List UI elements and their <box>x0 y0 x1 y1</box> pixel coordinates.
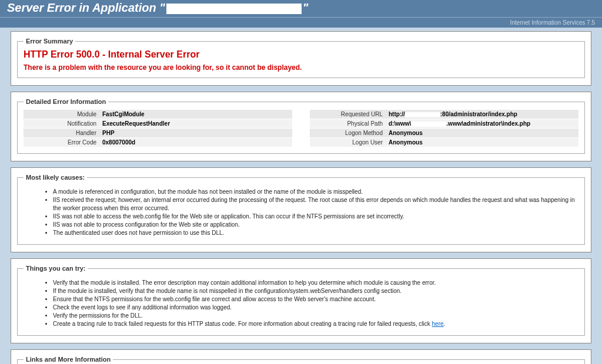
links-fieldset: Links and More Information This error me… <box>17 356 585 364</box>
try-item: Ensure that the NTFS permissions for the… <box>53 295 578 304</box>
label-logon-user: Logon User <box>310 138 386 147</box>
value-physical-path: d:\www\.www\administrator\index.php <box>386 119 578 128</box>
detail-col-right: Requested URL http://:80/administrator/i… <box>310 110 578 147</box>
row-logon-method: Logon Method Anonymous <box>310 129 578 137</box>
causes-panel: Most likely causes: A module is referenc… <box>11 167 591 252</box>
requrl-suffix: :80/administrator/index.php <box>440 111 517 117</box>
try-list: Verify that the module is installed. The… <box>53 279 578 328</box>
row-requested-url: Requested URL http://:80/administrator/i… <box>310 110 578 119</box>
detailed-info-fieldset: Detailed Error Information Module FastCg… <box>17 98 585 154</box>
links-legend: Links and More Information <box>24 356 113 363</box>
physpath-masked <box>411 122 446 127</box>
subheader: Internet Information Services 7.5 <box>0 17 602 28</box>
label-requested-url: Requested URL <box>310 110 386 119</box>
try-item: If the module is installed, verify that … <box>53 287 578 295</box>
try-legend: Things you can try: <box>24 265 88 272</box>
cause-item: A module is referenced in configuration,… <box>53 188 578 196</box>
detailed-info-legend: Detailed Error Information <box>24 98 108 105</box>
try-item-last: Create a tracing rule to track failed re… <box>53 320 578 328</box>
row-physical-path: Physical Path d:\www\.www\administrator\… <box>310 119 578 128</box>
try-last-prefix: Create a tracing rule to track failed re… <box>53 321 432 327</box>
detailed-info-panel: Detailed Error Information Module FastCg… <box>11 92 591 161</box>
requrl-masked <box>405 112 440 117</box>
causes-list: A module is referenced in configuration,… <box>53 188 578 237</box>
row-logon-user: Logon User Anonymous <box>310 138 578 147</box>
value-requested-url: http://:80/administrator/index.php <box>386 110 578 119</box>
label-logon-method: Logon Method <box>310 129 386 137</box>
error-summary-legend: Error Summary <box>24 38 75 45</box>
header-title-prefix: Server Error in Application " <box>7 1 165 14</box>
try-fieldset: Things you can try: Verify that the modu… <box>17 265 585 336</box>
value-module: FastCgiModule <box>100 110 292 119</box>
label-module: Module <box>24 110 100 119</box>
page-header: Server Error in Application "" <box>0 0 602 17</box>
error-summary-fieldset: Error Summary HTTP Error 500.0 - Interna… <box>17 38 585 78</box>
error-title: HTTP Error 500.0 - Internal Server Error <box>24 49 578 60</box>
cause-item: IIS was not able to process configuratio… <box>53 221 578 229</box>
label-errorcode: Error Code <box>24 138 100 147</box>
cause-item: IIS received the request; however, an in… <box>53 196 578 213</box>
detail-grid: Module FastCgiModule Notification Execut… <box>24 110 578 147</box>
cause-item: IIS was not able to access the web.confi… <box>53 213 578 221</box>
app-name-masked <box>166 4 302 14</box>
value-logon-method: Anonymous <box>386 129 578 137</box>
try-item: Check the event logs to see if any addit… <box>53 304 578 312</box>
value-errorcode: 0x8007000d <box>100 138 292 147</box>
tracing-help-link[interactable]: here <box>432 321 444 327</box>
row-notification: Notification ExecuteRequestHandler <box>24 119 292 128</box>
row-handler: Handler PHP <box>24 129 292 137</box>
try-panel: Things you can try: Verify that the modu… <box>11 258 591 343</box>
causes-fieldset: Most likely causes: A module is referenc… <box>17 174 585 245</box>
row-errorcode: Error Code 0x8007000d <box>24 138 292 147</box>
label-handler: Handler <box>24 129 100 137</box>
error-summary-panel: Error Summary HTTP Error 500.0 - Interna… <box>11 31 591 86</box>
header-title: Server Error in Application "" <box>7 1 595 15</box>
causes-legend: Most likely causes: <box>24 174 87 181</box>
links-panel: Links and More Information This error me… <box>11 349 591 364</box>
try-last-suffix: . <box>444 321 446 327</box>
requrl-prefix: http:// <box>389 111 405 117</box>
value-notification: ExecuteRequestHandler <box>100 119 292 128</box>
iis-version-label: Internet Information Services 7.5 <box>510 19 595 26</box>
label-physical-path: Physical Path <box>310 119 386 128</box>
row-module: Module FastCgiModule <box>24 110 292 119</box>
value-handler: PHP <box>100 129 292 137</box>
header-title-suffix: " <box>303 1 308 14</box>
detail-col-left: Module FastCgiModule Notification Execut… <box>24 110 292 147</box>
physpath-prefix: d:\www\ <box>389 120 411 127</box>
try-item: Verify the permissions for the DLL. <box>53 312 578 320</box>
error-subtitle: There is a problem with the resource you… <box>24 63 578 72</box>
cause-item: The authenticated user does not have per… <box>53 229 578 237</box>
try-item: Verify that the module is installed. The… <box>53 279 578 287</box>
physpath-suffix: .www\administrator\index.php <box>446 120 530 127</box>
label-notification: Notification <box>24 119 100 128</box>
value-logon-user: Anonymous <box>386 138 578 147</box>
content-area: Error Summary HTTP Error 500.0 - Interna… <box>0 28 602 364</box>
